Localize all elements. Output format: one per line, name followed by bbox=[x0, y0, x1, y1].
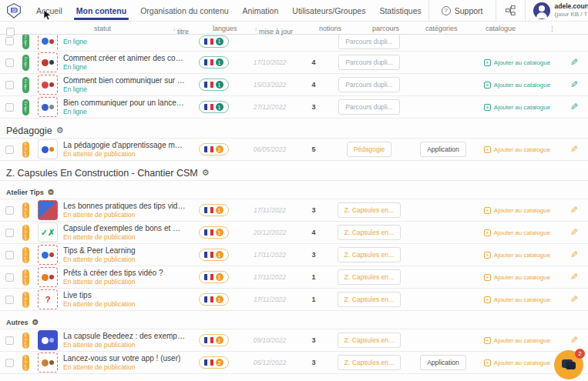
add-to-catalogue-link[interactable]: + Ajouter au catalogue bbox=[484, 59, 550, 66]
column-header-statut[interactable]: statut bbox=[94, 25, 111, 32]
nav-item-organisation-du-contenu[interactable]: Organisation du contenu bbox=[133, 0, 235, 21]
column-header-categories[interactable]: catégories bbox=[425, 25, 458, 32]
row-title[interactable]: Prêts à créer des tips vidéo ? bbox=[63, 269, 163, 277]
row-title[interactable]: Bien communiquer pour un lancement réuss… bbox=[63, 99, 186, 107]
table-row[interactable]: En attente de publication ? Live tips En… bbox=[0, 289, 588, 311]
row-checkbox[interactable] bbox=[5, 296, 14, 304]
nav-item-animation[interactable]: Animation bbox=[236, 0, 286, 21]
row-checkbox[interactable] bbox=[5, 336, 14, 345]
row-title[interactable]: La pédagogie d'apprentissage mobile bbox=[63, 141, 186, 149]
parcours-chip[interactable]: Z. Capsules en... bbox=[338, 355, 401, 370]
parcours-chip[interactable]: Z. Capsules en... bbox=[338, 225, 401, 240]
column-header-parcours[interactable]: parcours bbox=[372, 25, 399, 32]
edit-pencil-icon[interactable]: ✎ bbox=[570, 272, 578, 282]
languages-pill[interactable]: 1 bbox=[199, 35, 229, 48]
table-row[interactable]: En attente de publication Tips & Peer Le… bbox=[0, 244, 588, 266]
parcours-chip[interactable]: Parcours dupli... bbox=[338, 55, 399, 70]
row-title[interactable]: Les bonnes pratiques des tips vidéo bbox=[63, 202, 186, 210]
parcours-chip[interactable]: Z. Capsules en... bbox=[338, 247, 401, 262]
account-menu[interactable]: adele.courtot@beedeez.com (pour KB / TES… bbox=[526, 2, 588, 19]
table-row[interactable]: En attente de publication ✓✗ Capsule d'e… bbox=[0, 222, 588, 244]
nav-item-mon-contenu[interactable]: Mon contenu bbox=[69, 0, 133, 21]
languages-pill[interactable]: 2 bbox=[199, 356, 229, 369]
row-checkbox[interactable] bbox=[5, 145, 14, 154]
row-checkbox[interactable] bbox=[5, 58, 14, 67]
languages-pill[interactable]: 1 bbox=[199, 334, 229, 346]
support-button[interactable]: ? Support bbox=[428, 0, 496, 21]
row-title[interactable]: Lancez-vous sur votre app ! (user) bbox=[63, 354, 180, 363]
category-chip[interactable]: Application bbox=[420, 142, 466, 157]
edit-pencil-icon[interactable]: ✎ bbox=[570, 205, 578, 216]
languages-pill[interactable]: 1 bbox=[199, 79, 229, 91]
parcours-chip[interactable]: Z. Capsules en... bbox=[338, 333, 401, 348]
edit-pencil-icon[interactable]: ✎ bbox=[570, 144, 578, 155]
parcours-chip[interactable]: Pédagogie bbox=[347, 142, 392, 157]
parcours-chip[interactable]: Parcours dupli... bbox=[338, 99, 399, 115]
row-title[interactable]: Comment bien communiquer sur son projet … bbox=[63, 76, 186, 85]
add-to-catalogue-link[interactable]: + Ajouter au catalogue bbox=[484, 359, 550, 366]
edit-pencil-icon[interactable]: ✎ bbox=[570, 294, 578, 305]
table-row[interactable]: En attente de publication La capsule Bee… bbox=[0, 329, 588, 352]
edit-pencil-icon[interactable]: ✎ bbox=[570, 335, 578, 346]
edit-pencil-icon[interactable]: ✎ bbox=[570, 79, 578, 90]
languages-pill[interactable]: 1 bbox=[199, 271, 229, 283]
row-checkbox[interactable] bbox=[5, 206, 14, 215]
add-to-catalogue-link[interactable]: + Ajouter au catalogue bbox=[484, 146, 550, 153]
table-row[interactable]: En attente de publication Prêts à créer … bbox=[0, 266, 588, 289]
column-header-notions[interactable]: notions bbox=[319, 25, 341, 32]
table-row[interactable]: En ligne Bien communiquer pour un lancem… bbox=[0, 96, 588, 119]
table-row[interactable]: En ligne Comment bien communiquer sur so… bbox=[0, 74, 588, 96]
row-checkbox[interactable] bbox=[5, 359, 14, 367]
languages-pill[interactable]: 2 bbox=[199, 143, 229, 155]
table-row[interactable]: En ligne En ligne 1 Parcours dupli... bbox=[0, 35, 588, 52]
add-to-catalogue-link[interactable]: + Ajouter au catalogue bbox=[484, 337, 550, 344]
add-to-catalogue-link[interactable]: + Ajouter au catalogue bbox=[484, 229, 550, 236]
nav-item-utilisateurs-groupes[interactable]: Utilisateurs/Groupes bbox=[285, 0, 372, 21]
edit-pencil-icon[interactable]: ✎ bbox=[570, 102, 578, 112]
row-title[interactable]: La capsule Beedeez : des exemples (... e… bbox=[63, 332, 186, 340]
row-title[interactable]: Comment créer et animer des communautés … bbox=[63, 54, 186, 62]
column-header-mise-a-jour[interactable]: ↓mise à jour bbox=[254, 25, 259, 32]
parcours-chip[interactable]: Z. Capsules en... bbox=[338, 292, 401, 307]
chat-launcher-button[interactable]: 2 bbox=[554, 350, 583, 379]
column-header-catalogue[interactable]: catalogue bbox=[486, 25, 516, 32]
add-to-catalogue-link[interactable]: + Ajouter au catalogue bbox=[484, 296, 550, 303]
parcours-chip[interactable]: Z. Capsules en... bbox=[338, 269, 401, 285]
edit-pencil-icon[interactable]: ✎ bbox=[570, 227, 578, 238]
table-row[interactable]: En attente de publication Les bonnes pra… bbox=[0, 199, 588, 222]
category-chip[interactable]: Application bbox=[420, 355, 466, 370]
table-row[interactable]: En attente de publication Lancez-vous su… bbox=[0, 352, 588, 374]
org-switcher-button[interactable] bbox=[496, 0, 526, 21]
languages-pill[interactable]: 1 bbox=[199, 226, 229, 239]
parcours-chip[interactable]: Parcours dupli... bbox=[338, 77, 399, 92]
languages-pill[interactable]: 1 bbox=[199, 249, 229, 261]
gear-icon[interactable]: ⚙ bbox=[32, 318, 39, 326]
add-to-catalogue-link[interactable]: + Ajouter au catalogue bbox=[484, 104, 550, 111]
row-title[interactable]: Capsule d'exemples de bons et mauvais ti… bbox=[63, 224, 186, 232]
languages-pill[interactable]: 1 bbox=[199, 101, 229, 113]
edit-pencil-icon[interactable]: ✎ bbox=[570, 249, 578, 260]
gear-icon[interactable]: ⚙ bbox=[56, 125, 64, 135]
add-to-catalogue-link[interactable]: + Ajouter au catalogue bbox=[484, 82, 550, 89]
parcours-chip[interactable]: Z. Capsules en... bbox=[338, 202, 401, 218]
add-to-catalogue-link[interactable]: + Ajouter au catalogue bbox=[484, 207, 550, 214]
row-checkbox[interactable] bbox=[5, 37, 14, 45]
beedeez-logo-icon[interactable] bbox=[6, 3, 22, 18]
row-checkbox[interactable] bbox=[5, 273, 14, 282]
table-row[interactable]: En attente de publication La pédagogie d… bbox=[0, 139, 588, 161]
row-title[interactable]: Live tips bbox=[63, 291, 92, 299]
parcours-chip[interactable]: Parcours dupli... bbox=[338, 35, 399, 49]
column-header-titre[interactable]: ↓titre bbox=[173, 25, 177, 32]
row-checkbox[interactable] bbox=[5, 229, 14, 237]
column-options-icon[interactable]: ⋮ bbox=[549, 25, 556, 32]
row-checkbox[interactable] bbox=[5, 251, 14, 259]
nav-item-statistiques[interactable]: Statistiques bbox=[372, 0, 428, 21]
column-header-langues[interactable]: langues bbox=[213, 25, 237, 32]
row-checkbox[interactable] bbox=[5, 103, 14, 112]
table-row[interactable]: En ligne Comment créer et animer des com… bbox=[0, 52, 588, 74]
nav-item-accueil[interactable]: Accueil bbox=[29, 0, 69, 21]
gear-icon[interactable]: ⚙ bbox=[202, 168, 210, 178]
row-checkbox[interactable] bbox=[5, 81, 14, 89]
languages-pill[interactable]: 1 bbox=[199, 56, 229, 69]
gear-icon[interactable]: ⚙ bbox=[48, 188, 55, 196]
